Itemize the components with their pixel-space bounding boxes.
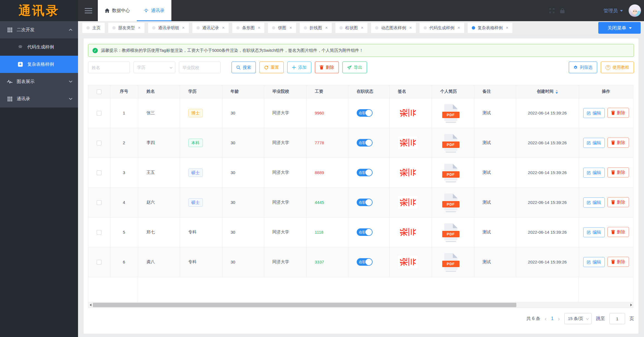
row-checkbox[interactable] [97,260,101,265]
edit-button[interactable]: 编辑 [583,168,605,178]
tab-item-7[interactable]: 柱状图× [335,22,368,33]
page-jump-input[interactable] [609,313,625,324]
export-button[interactable]: 导出 [342,62,367,73]
horizontal-scrollbar[interactable] [88,302,633,308]
search-button[interactable]: 搜索 [232,62,256,73]
delete-button[interactable]: 删除 [607,167,629,177]
status-switch[interactable]: 在职 [357,199,373,206]
row-checkbox[interactable] [97,200,101,205]
tab-item-8[interactable]: 动态图表样例× [371,22,416,33]
page-size-select[interactable]: 15 条/页 [564,313,592,324]
signature-image[interactable]: 张兰 [398,166,417,179]
delete-button[interactable]: 删除 [607,257,629,267]
edit-button[interactable]: 编辑 [583,138,605,148]
tutorial-button[interactable]: ?使用教程 [601,62,634,73]
tab-item-2[interactable]: 通讯录明细× [148,22,189,33]
status-switch[interactable]: 在职 [357,109,373,117]
prev-page-button[interactable]: ‹ [545,316,547,322]
close-icon[interactable]: × [361,26,363,30]
edit-button[interactable]: 编辑 [583,197,605,207]
delete-button[interactable]: 删除 [607,227,629,237]
signature-image[interactable]: 张兰 [398,256,417,268]
add-button[interactable]: 添加 [287,62,311,73]
column-label: 操作 [602,89,610,94]
sidebar-group-2[interactable]: 通讯录 [0,90,78,108]
edit-button[interactable]: 编辑 [583,227,605,237]
signature-image[interactable]: 张兰 [398,136,417,149]
user-menu[interactable]: 管理员 [604,8,623,14]
pdf-attachment-icon[interactable]: PDF [440,194,458,211]
status-switch[interactable]: 在职 [357,258,373,266]
tab-item-1[interactable]: 朋友类型× [108,22,145,33]
status-switch[interactable]: 在职 [357,139,373,146]
scroll-left-arrow[interactable] [88,302,93,308]
sidebar-item-0-0[interactable]: 代码生成样例 [0,38,78,56]
name-input[interactable] [88,62,130,73]
row-checkbox[interactable] [97,111,101,116]
tab-item-6[interactable]: 折线图× [299,22,332,33]
reset-button[interactable]: 重置 [259,62,284,73]
education-tag: 硕士 [188,198,203,207]
pdf-attachment-icon[interactable]: PDF [440,134,458,152]
row-checkbox[interactable] [97,230,101,235]
tab-label: 饼图 [278,25,286,31]
sort-desc-icon[interactable] [556,92,558,94]
current-page[interactable]: 1 [551,316,553,321]
close-icon[interactable]: × [258,26,260,30]
signature-image[interactable]: 张兰 [398,226,417,238]
delete-button[interactable]: 删除 [607,197,629,207]
edit-button[interactable]: 编辑 [583,257,605,267]
column-filter-button[interactable]: 列筛选 [569,62,597,73]
close-icon[interactable]: × [289,26,292,30]
school-input[interactable] [179,62,221,73]
scroll-right-arrow[interactable] [629,302,633,308]
tab-dot [304,26,307,30]
signature-image[interactable]: 张兰 [398,107,417,119]
row-checkbox[interactable] [97,170,101,175]
next-page-button[interactable]: › [558,316,560,322]
sort-asc-icon[interactable] [556,90,558,91]
close-icon[interactable]: × [458,26,460,30]
close-menu-button[interactable]: 关闭菜单 [598,22,641,34]
status-switch[interactable]: 在职 [357,228,373,236]
tab-item-3[interactable]: 通讯记录× [192,22,229,33]
status-switch[interactable]: 在职 [357,169,373,176]
delete-button[interactable]: 删除 [607,108,629,118]
tab-item-10[interactable]: 复杂表格样例× [467,22,513,33]
created-time: 2022-06-14 15:39:26 [528,260,567,264]
sort-icons[interactable] [556,90,558,94]
signature-image[interactable]: 张兰 [398,196,417,209]
top-nav-item-0[interactable]: 数据中心 [98,0,137,21]
close-icon[interactable]: × [222,26,225,30]
tab-item-0[interactable]: 主页 [82,22,105,33]
close-icon[interactable]: × [325,26,328,30]
scrollbar-thumb[interactable] [93,303,516,307]
close-icon[interactable]: × [506,26,508,30]
sidebar-group-0[interactable]: 二次开发 [0,21,78,38]
pdf-attachment-icon[interactable]: PDF [440,253,458,271]
close-icon[interactable]: × [182,26,184,30]
sidebar-item-0-1[interactable]: 复杂表格样例 [0,56,78,73]
tab-item-9[interactable]: 代码生成样例× [419,22,465,33]
tab-item-4[interactable]: 条形图× [232,22,265,33]
pdf-attachment-icon[interactable]: PDF [440,104,458,122]
avatar[interactable] [628,4,641,17]
fullscreen-icon[interactable] [549,8,555,13]
sidebar-group-1[interactable]: 图表展示 [0,73,78,90]
page-size-value: 15 条/页 [568,316,583,321]
delete-button[interactable]: 删除 [315,62,339,73]
close-icon[interactable]: × [138,26,140,30]
close-icon[interactable]: × [409,26,412,30]
top-nav-item-1[interactable]: 通讯录 [137,0,171,21]
tab-item-5[interactable]: 饼图× [268,22,296,33]
pdf-ribbon-label: PDF [442,171,460,178]
pdf-attachment-icon[interactable]: PDF [440,223,458,241]
pdf-attachment-icon[interactable]: PDF [440,164,458,181]
education-select[interactable]: 学历 [133,62,175,73]
lock-icon[interactable] [560,8,565,13]
row-checkbox[interactable] [97,141,101,145]
select-all-checkbox[interactable] [97,89,101,94]
hamburger-menu-icon[interactable] [85,7,92,15]
edit-button[interactable]: 编辑 [583,108,605,118]
delete-button[interactable]: 删除 [607,138,629,148]
